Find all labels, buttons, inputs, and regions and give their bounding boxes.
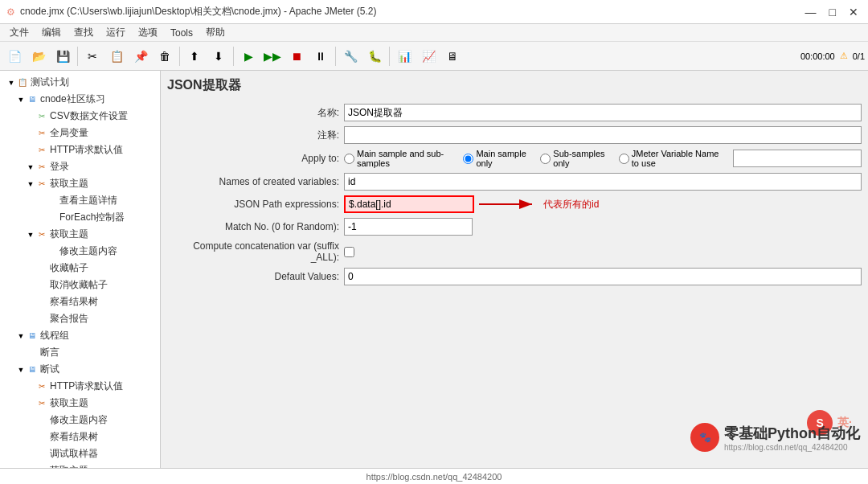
radio-sub-only[interactable]: Sub-samples only bbox=[540, 149, 608, 168]
comment-input[interactable] bbox=[344, 126, 862, 144]
tree-item-cnode[interactable]: ▼ 🖥 cnode社区练习 bbox=[0, 91, 160, 108]
tree-item-edittopic2[interactable]: 修改主题内容 bbox=[0, 412, 160, 429]
icon-debug bbox=[35, 448, 48, 461]
window-controls[interactable]: — □ ✕ bbox=[802, 6, 862, 18]
toolbar-up[interactable]: ⬆ bbox=[183, 45, 206, 68]
label-foreach: ForEach控制器 bbox=[59, 211, 125, 224]
tree-item-threadgroup[interactable]: ▼ 🖥 线程组 bbox=[0, 327, 160, 344]
toolbar-save[interactable]: 💾 bbox=[51, 45, 74, 68]
icon-edittopic2 bbox=[35, 414, 48, 427]
watermark-sub-text: https://blog.csdn.net/qq_42484200 bbox=[724, 443, 860, 452]
toolbar-down[interactable]: ⬇ bbox=[207, 45, 230, 68]
varnames-input[interactable] bbox=[344, 173, 862, 191]
label-gettopic2: 获取主题 bbox=[50, 228, 88, 241]
label-globalvar: 全局变量 bbox=[50, 126, 88, 140]
sep2 bbox=[179, 47, 180, 66]
tree-item-csv[interactable]: ✂ CSV数据文件设置 bbox=[0, 108, 160, 125]
watermark-text-block: 零基础Python自动化 https://blog.csdn.net/qq_42… bbox=[724, 424, 860, 452]
tree-item-edittopic[interactable]: 修改主题内容 bbox=[0, 243, 160, 260]
toolbar-run[interactable]: ▶ bbox=[237, 45, 260, 68]
tree-item-httpdefault[interactable]: ✂ HTTP请求默认值 bbox=[0, 142, 160, 158]
close-button[interactable]: ✕ bbox=[845, 6, 862, 18]
radio-main-sub-label: Main sample and sub-samples bbox=[357, 149, 453, 168]
sep5 bbox=[389, 47, 390, 66]
toolbar-pause[interactable]: ⏸ bbox=[309, 45, 332, 68]
tree-item-result1[interactable]: 察看结果树 bbox=[0, 293, 160, 310]
tree-item-globalvar[interactable]: ✂ 全局变量 bbox=[0, 125, 160, 142]
icon-httpdefault: ✂ bbox=[35, 144, 48, 157]
name-label: 名称: bbox=[167, 106, 344, 120]
toolbar-delete[interactable]: 🗑 bbox=[154, 45, 176, 68]
panel-title: JSON提取器 bbox=[167, 77, 862, 94]
menu-edit[interactable]: 编辑 bbox=[35, 24, 68, 41]
tree-item-assert[interactable]: 断言 bbox=[0, 344, 160, 361]
radio-sub-only-label: Sub-samples only bbox=[553, 149, 608, 168]
icon-gettopic: ✂ bbox=[35, 178, 48, 191]
radio-sub-only-input[interactable] bbox=[540, 154, 551, 164]
tree-item-gettopic[interactable]: ▼ ✂ 获取主题 bbox=[0, 175, 160, 192]
jmeter-var-input[interactable] bbox=[733, 150, 862, 167]
toolbar-tool2[interactable]: 🐛 bbox=[363, 45, 386, 68]
menu-tools[interactable]: Tools bbox=[164, 26, 199, 40]
radio-main-sub[interactable]: Main sample and sub-samples bbox=[344, 149, 453, 168]
arrow-login: ▼ bbox=[26, 163, 35, 171]
arrow-test: ▼ bbox=[16, 366, 26, 374]
label-debug: 调试取样器 bbox=[50, 447, 98, 461]
toolbar-paste[interactable]: 📌 bbox=[129, 45, 152, 68]
tree-item-result2[interactable]: 察看结果树 bbox=[0, 429, 160, 445]
tree-item-agg[interactable]: 聚合报告 bbox=[0, 310, 160, 327]
arrow-plan: ▼ bbox=[6, 79, 16, 87]
tree-item-test[interactable]: ▼ 🖥 断试 bbox=[0, 361, 160, 378]
label-threadgroup: 线程组 bbox=[40, 329, 69, 342]
match-input[interactable] bbox=[344, 218, 473, 236]
label-test: 断试 bbox=[40, 363, 59, 376]
concat-checkbox[interactable] bbox=[344, 247, 354, 257]
tree-item-gettopic3[interactable]: ✂ 获取主题 bbox=[0, 395, 160, 412]
minimize-button[interactable]: — bbox=[802, 6, 820, 18]
radio-jmeter-var-input[interactable] bbox=[619, 154, 629, 164]
menu-find[interactable]: 查找 bbox=[68, 24, 100, 41]
tree-item-login[interactable]: ▼ ✂ 登录 bbox=[0, 158, 160, 175]
menu-help[interactable]: 帮助 bbox=[199, 24, 231, 41]
tree-item-plan[interactable]: ▼ 📋 测试计划 bbox=[0, 74, 160, 91]
toolbar-count: 0/1 bbox=[853, 51, 865, 61]
toolbar-chart[interactable]: 📊 bbox=[393, 45, 416, 68]
radio-main-only-input[interactable] bbox=[463, 154, 473, 164]
tree-item-foreach[interactable]: ForEach控制器 bbox=[0, 209, 160, 226]
label-cnode: cnode社区练习 bbox=[40, 92, 105, 106]
arrow-threadgroup: ▼ bbox=[16, 332, 26, 340]
tree-item-topicdetail[interactable]: 查看主题详情 bbox=[0, 192, 160, 209]
icon-foreach bbox=[45, 211, 58, 224]
radio-jmeter-var[interactable]: JMeter Variable Name to use bbox=[619, 149, 723, 168]
tree-item-debug[interactable]: 调试取样器 bbox=[0, 445, 160, 462]
tree-item-fav[interactable]: 收藏帖子 bbox=[0, 260, 160, 277]
toolbar-monitor[interactable]: 📈 bbox=[417, 45, 440, 68]
toolbar-cut[interactable]: ✂ bbox=[81, 45, 104, 68]
maximize-button[interactable]: □ bbox=[826, 6, 839, 18]
tree-item-unfav[interactable]: 取消收藏帖子 bbox=[0, 277, 160, 293]
menu-file[interactable]: 文件 bbox=[3, 24, 35, 41]
tree-item-gettopic2[interactable]: ▼ ✂ 获取主题 bbox=[0, 226, 160, 243]
match-label: Match No. (0 for Random): bbox=[167, 221, 344, 232]
content-panel: JSON提取器 名称: 注释: Apply to: Main sample an… bbox=[161, 71, 868, 484]
toolbar-new[interactable]: 📄 bbox=[3, 45, 26, 68]
tree-item-http2[interactable]: ✂ HTTP请求默认值 bbox=[0, 378, 160, 395]
title-text: ⚙ cnode.jmx (C:\Users\wb.lijiajun\Deskto… bbox=[6, 5, 376, 18]
menu-run[interactable]: 运行 bbox=[100, 24, 132, 41]
sep3 bbox=[233, 47, 234, 66]
name-input[interactable] bbox=[344, 104, 862, 121]
radio-main-sub-input[interactable] bbox=[344, 154, 354, 164]
toolbar-run-all[interactable]: ▶▶ bbox=[261, 45, 284, 68]
toolbar-stop[interactable]: ⏹ bbox=[285, 45, 308, 68]
radio-main-only[interactable]: Main sample only bbox=[463, 149, 530, 168]
toolbar-tool1[interactable]: 🔧 bbox=[339, 45, 362, 68]
toolbar-copy[interactable]: 📋 bbox=[105, 45, 128, 68]
toolbar-screen[interactable]: 🖥 bbox=[441, 45, 464, 68]
label-fav: 收藏帖子 bbox=[50, 261, 88, 275]
toolbar-status: 00:00:00 ⚠ 0/1 bbox=[800, 51, 865, 61]
menu-options[interactable]: 选项 bbox=[132, 24, 164, 41]
default-input[interactable] bbox=[344, 268, 862, 285]
toolbar-warning-icon: ⚠ bbox=[840, 51, 848, 61]
jsonpath-input[interactable] bbox=[344, 195, 474, 213]
toolbar-open[interactable]: 📂 bbox=[27, 45, 50, 68]
